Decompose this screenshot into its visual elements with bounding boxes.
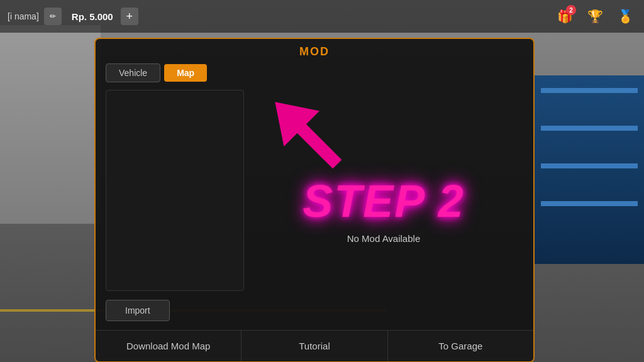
- gift-badge: 2: [566, 5, 576, 15]
- tab-map[interactable]: Map: [164, 64, 207, 82]
- topbar: [i nama] ✏ Rp. 5.000 + 🎁 2 🏆 🏅: [0, 0, 644, 33]
- gift-button[interactable]: 🎁 2: [553, 5, 576, 28]
- tutorial-button[interactable]: Tutorial: [242, 331, 387, 361]
- medal-button[interactable]: 🏅: [614, 5, 636, 28]
- player-name: [i nama]: [8, 11, 39, 21]
- trophy-icon: 🏆: [587, 9, 603, 24]
- plus-icon: +: [126, 10, 133, 23]
- money-display: Rp. 5.000: [72, 11, 113, 22]
- mod-content: STEP 2 No Mod Available: [96, 90, 533, 291]
- mod-dialog: MOD Vehicle Map STEP 2 No Mod Ava: [94, 38, 535, 362]
- step2-label: STEP 2: [303, 175, 464, 227]
- to-garage-button[interactable]: To Garage: [388, 331, 533, 361]
- import-button[interactable]: Import: [106, 300, 170, 321]
- garage-wall-left: [0, 25, 101, 245]
- medal-icon: 🏅: [618, 9, 633, 24]
- mod-main-panel: STEP 2 No Mod Available: [244, 90, 523, 291]
- topbar-left: [i nama] ✏ Rp. 5.000 +: [8, 8, 138, 25]
- no-mod-available-text: No Mod Available: [347, 233, 420, 244]
- mod-list-panel: [106, 90, 244, 291]
- garage-wall-right: [518, 25, 644, 277]
- trophy-button[interactable]: 🏆: [584, 5, 606, 28]
- edit-name-button[interactable]: ✏: [44, 8, 62, 25]
- edit-icon: ✏: [50, 12, 56, 21]
- import-area: Import: [96, 291, 533, 330]
- mod-tabs: Vehicle Map: [96, 63, 533, 90]
- svg-rect-0: [289, 116, 342, 169]
- bottom-bar: Download Mod Map Tutorial To Garage: [96, 330, 533, 361]
- download-mod-map-button[interactable]: Download Mod Map: [96, 331, 242, 361]
- svg-marker-1: [257, 84, 319, 146]
- add-money-button[interactable]: +: [121, 8, 138, 25]
- tab-vehicle[interactable]: Vehicle: [106, 63, 160, 82]
- blue-storage-rack: [531, 75, 644, 264]
- mod-dialog-title: MOD: [96, 39, 533, 63]
- topbar-right: 🎁 2 🏆 🏅: [553, 5, 636, 28]
